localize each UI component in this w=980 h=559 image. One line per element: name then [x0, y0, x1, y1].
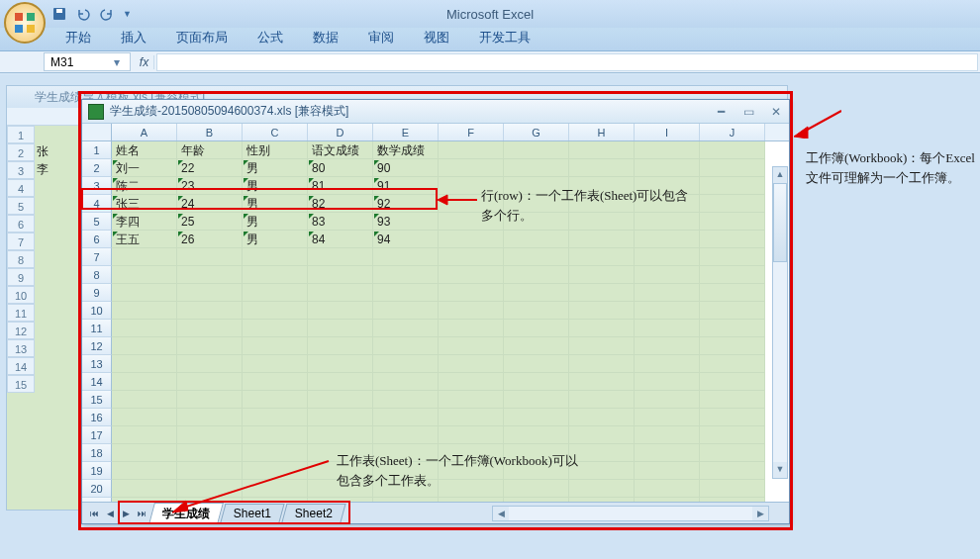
cell[interactable] — [504, 266, 569, 284]
cell[interactable]: 90 — [373, 159, 439, 177]
cell[interactable] — [177, 373, 243, 391]
horizontal-scrollbar[interactable]: ◀ ▶ — [492, 506, 769, 521]
fx-icon[interactable]: fx — [135, 55, 154, 69]
cell[interactable]: 25 — [177, 213, 243, 231]
cell[interactable]: 83 — [308, 213, 373, 231]
cell[interactable] — [243, 355, 308, 373]
cell[interactable] — [308, 284, 373, 302]
row-header[interactable]: 8 — [7, 250, 35, 268]
next-sheet-icon[interactable]: ▶ — [118, 506, 134, 521]
cell[interactable] — [243, 409, 308, 426]
undo-icon[interactable] — [75, 6, 91, 22]
column-header[interactable]: J — [700, 124, 765, 140]
cell[interactable] — [635, 480, 700, 498]
cell[interactable] — [243, 302, 308, 320]
tab-devtools[interactable]: 开发工具 — [465, 25, 544, 50]
cell[interactable] — [439, 337, 504, 355]
column-header[interactable]: B — [177, 124, 243, 140]
tab-review[interactable]: 审阅 — [354, 25, 408, 50]
cell[interactable] — [112, 266, 177, 284]
row-header[interactable]: 6 — [7, 215, 35, 233]
cell[interactable] — [373, 409, 439, 426]
cell[interactable] — [112, 320, 177, 337]
cell[interactable] — [569, 320, 635, 337]
cell[interactable] — [308, 248, 373, 266]
cell[interactable] — [504, 391, 569, 409]
cell[interactable] — [112, 284, 177, 302]
tab-insert[interactable]: 插入 — [107, 25, 160, 50]
cell[interactable]: 男 — [243, 177, 308, 195]
cell[interactable] — [700, 284, 765, 302]
cell[interactable] — [177, 355, 243, 373]
row-header[interactable]: 10 — [82, 302, 112, 320]
column-header[interactable]: H — [569, 124, 635, 140]
cell[interactable] — [439, 159, 504, 177]
column-header[interactable]: G — [504, 124, 569, 140]
cell[interactable] — [308, 266, 373, 284]
cell[interactable] — [504, 337, 569, 355]
cell[interactable] — [373, 355, 439, 373]
select-all-corner[interactable] — [82, 124, 112, 140]
cell[interactable]: 男 — [243, 159, 308, 177]
cell[interactable]: 92 — [373, 195, 439, 213]
cell[interactable] — [243, 391, 308, 409]
cell[interactable] — [504, 320, 569, 337]
cell[interactable] — [635, 426, 700, 444]
cell[interactable]: 81 — [308, 177, 373, 195]
cell[interactable] — [243, 248, 308, 266]
cell[interactable] — [177, 320, 243, 337]
cell[interactable] — [700, 480, 765, 498]
workbook-titlebar[interactable]: 学生成绩-20150805094600374.xls [兼容模式] ━ ▭ ✕ — [82, 100, 789, 124]
cell[interactable] — [112, 391, 177, 409]
cell[interactable]: 刘一 — [112, 159, 177, 177]
cell[interactable] — [112, 426, 177, 444]
column-header[interactable]: I — [635, 124, 700, 140]
cell[interactable] — [373, 302, 439, 320]
spreadsheet-grid[interactable]: ABCDEFGHIJ 1姓名年龄性别语文成绩数学成绩2刘一22男80903陈二2… — [82, 124, 789, 502]
scroll-up-icon[interactable]: ▲ — [773, 167, 787, 183]
qat-dropdown-icon[interactable]: ▼ — [123, 9, 132, 19]
cell[interactable]: 男 — [243, 213, 308, 231]
row-header[interactable]: 17 — [82, 426, 112, 444]
cell[interactable] — [700, 248, 765, 266]
cell[interactable] — [243, 320, 308, 337]
cell[interactable] — [569, 355, 635, 373]
row-header[interactable]: 15 — [7, 375, 35, 393]
row-header[interactable]: 2 — [7, 143, 35, 161]
cell[interactable] — [373, 320, 439, 337]
name-box[interactable]: M31 ▾ — [44, 52, 131, 71]
cell[interactable] — [635, 337, 700, 355]
cell[interactable] — [700, 426, 765, 444]
scrollbar-thumb[interactable] — [773, 183, 787, 262]
cell[interactable] — [308, 391, 373, 409]
cell[interactable] — [308, 426, 373, 444]
cell[interactable] — [308, 355, 373, 373]
row-header[interactable]: 9 — [82, 284, 112, 302]
cell[interactable]: 80 — [308, 159, 373, 177]
cell[interactable] — [700, 462, 765, 480]
row-header[interactable]: 2 — [82, 159, 112, 177]
cell[interactable] — [635, 266, 700, 284]
cell[interactable] — [177, 409, 243, 426]
row-header[interactable]: 8 — [82, 266, 112, 284]
cell[interactable] — [177, 266, 243, 284]
cell[interactable] — [308, 409, 373, 426]
cell[interactable] — [635, 373, 700, 391]
row-header[interactable]: 10 — [7, 286, 35, 304]
row-header[interactable]: 19 — [82, 462, 112, 480]
cell[interactable] — [700, 444, 765, 462]
cell[interactable] — [635, 284, 700, 302]
cell[interactable] — [635, 248, 700, 266]
row-header[interactable]: 3 — [7, 161, 35, 179]
last-sheet-icon[interactable]: ⏭ — [134, 506, 149, 521]
cell[interactable] — [112, 302, 177, 320]
cell[interactable] — [569, 284, 635, 302]
cell[interactable] — [635, 320, 700, 337]
cell[interactable] — [504, 141, 569, 159]
vertical-scrollbar[interactable]: ▲ ▼ — [772, 166, 788, 479]
row-header[interactable]: 7 — [82, 248, 112, 266]
scroll-down-icon[interactable]: ▼ — [773, 462, 787, 478]
tab-home[interactable]: 开始 — [51, 25, 105, 50]
redo-icon[interactable] — [99, 6, 115, 22]
cell[interactable] — [439, 391, 504, 409]
